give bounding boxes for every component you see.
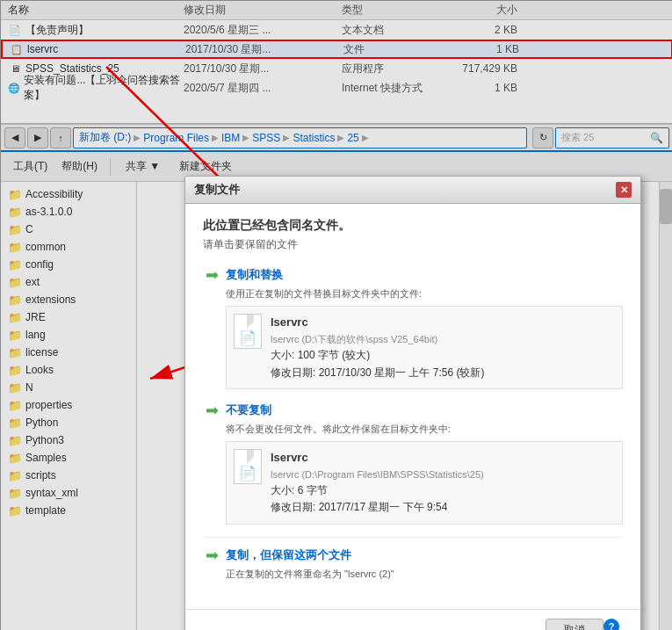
dialog-main-text: 此位置已经包含同名文件。 <box>203 218 623 234</box>
preview-file-date: 修改日期: 2017/10/30 星期一 上午 7:56 (较新) <box>271 365 484 381</box>
keep-both-title[interactable]: 复制，但保留这两个文件 <box>226 547 351 563</box>
keep-both-icon: ➡ <box>203 547 220 564</box>
file-preview-info2: lservrc lservrc (D:\Program Files\IBM\SP… <box>271 449 484 517</box>
no-copy-file-preview: 📄 lservrc lservrc (D:\Program Files\IBM\… <box>226 441 623 525</box>
preview-file-path2: lservrc (D:\Program Files\IBM\SPSS\Stati… <box>271 467 484 483</box>
no-copy-title[interactable]: 不要复制 <box>226 402 271 418</box>
keep-both-header[interactable]: ➡ 复制，但保留这两个文件 <box>203 547 623 564</box>
preview-file-date2: 修改日期: 2017/7/17 星期一 下午 9:54 <box>271 499 484 516</box>
dialog-title: 复制文件 <box>194 182 240 198</box>
no-copy-icon: ➡ <box>203 402 220 419</box>
no-copy-header[interactable]: ➡ 不要复制 <box>203 402 623 419</box>
preview-file-size2: 大小: 6 字节 <box>271 482 484 499</box>
no-copy-desc: 将不会更改任何文件。将此文件保留在目标文件夹中: <box>226 423 623 436</box>
doc-glyph: 📄 <box>239 329 257 346</box>
keep-both-desc: 正在复制的文件将重命名为 "lservrc (2)" <box>226 568 623 581</box>
copy-replace-header[interactable]: ➡ 复制和替换 <box>203 266 623 284</box>
copy-replace-file-preview: 📄 lservrc lservrc (D:\下载的软件\spss V25_64b… <box>226 306 623 389</box>
dialog-close-button[interactable]: ✕ <box>616 182 632 198</box>
dialog-body: 此位置已经包含同名文件。 请单击要保留的文件 ➡ 复制和替换 使用正在复制的文件… <box>185 204 640 609</box>
dialog-titlebar: 复制文件 ✕ <box>185 177 640 204</box>
preview-file-path: lservrc (D:\下载的软件\spss V25_64bit) <box>271 332 484 348</box>
copy-file-dialog: 复制文件 ✕ 此位置已经包含同名文件。 请单击要保留的文件 ➡ 复制和替换 使用… <box>184 176 641 630</box>
file-preview-info: lservrc lservrc (D:\下载的软件\spss V25_64bit… <box>271 314 484 381</box>
copy-replace-desc: 使用正在复制的文件替换目标文件夹中的文件: <box>226 287 623 301</box>
dialog-sub-text: 请单击要保留的文件 <box>203 237 623 252</box>
copy-replace-option: ➡ 复制和替换 使用正在复制的文件替换目标文件夹中的文件: 📄 lservrc … <box>203 266 623 389</box>
keep-both-option: ➡ 复制，但保留这两个文件 正在复制的文件将重命名为 "lservrc (2)" <box>203 537 623 595</box>
dialog-footer: 取消 ? <box>185 609 640 630</box>
preview-file-name: lservrc <box>271 314 484 332</box>
preview-file-size: 大小: 100 字节 (较大) <box>271 347 484 364</box>
file-doc-icon2: 📄 <box>234 449 262 484</box>
copy-replace-title[interactable]: 复制和替换 <box>226 267 283 283</box>
help-icon[interactable]: ? <box>603 619 619 630</box>
doc-glyph2: 📄 <box>239 465 257 482</box>
copy-replace-icon: ➡ <box>203 266 220 284</box>
file-doc-icon: 📄 <box>234 314 262 349</box>
cancel-button[interactable]: 取消 <box>546 619 603 630</box>
no-copy-option: ➡ 不要复制 将不会更改任何文件。将此文件保留在目标文件夹中: 📄 lservr… <box>203 402 623 525</box>
preview-file-name2: lservrc <box>271 449 484 467</box>
dialog-overlay: 复制文件 ✕ 此位置已经包含同名文件。 请单击要保留的文件 ➡ 复制和替换 使用… <box>0 0 672 630</box>
